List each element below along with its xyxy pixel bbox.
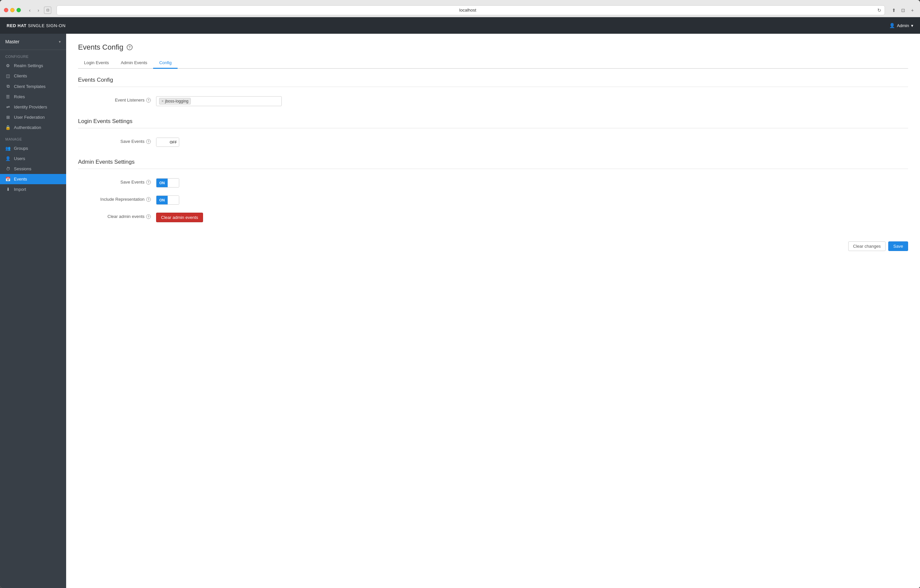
- clear-changes-button[interactable]: Clear changes: [848, 241, 886, 251]
- sidebar-label-clients: Clients: [14, 73, 27, 78]
- save-events-admin-control: ON: [156, 178, 908, 188]
- user-federation-icon: ⊞: [5, 115, 11, 120]
- window-button[interactable]: ⊡: [899, 6, 907, 14]
- address-bar[interactable]: localhost ↻: [57, 5, 885, 15]
- close-button[interactable]: [4, 8, 8, 12]
- clear-admin-events-control: Clear admin events: [156, 213, 908, 222]
- toggle-on-option[interactable]: ON: [156, 178, 168, 187]
- new-tab-button[interactable]: +: [909, 6, 916, 14]
- toggle-on-side[interactable]: [156, 138, 168, 146]
- login-events-title: Login Events Settings: [78, 118, 908, 128]
- brand-text: RED HAT: [6, 23, 26, 28]
- events-config-section: Events Config Event Listeners ? × jboss-…: [78, 77, 908, 110]
- sidebar-label-roles: Roles: [14, 94, 25, 99]
- sidebar-item-sessions[interactable]: ⏱ Sessions: [0, 164, 66, 174]
- tab-bar: Login Events Admin Events Config: [78, 58, 908, 69]
- clear-admin-events-label-text: Clear admin events: [107, 214, 144, 219]
- share-button[interactable]: ⬆: [890, 6, 897, 14]
- footer-actions: Clear changes Save: [78, 236, 908, 251]
- sidebar-label-user-federation: User Federation: [14, 115, 45, 120]
- tag-label: jboss-logging: [165, 99, 188, 104]
- login-events-section: Login Events Settings Save Events ? OFF: [78, 118, 908, 151]
- roles-icon: ☰: [5, 94, 11, 99]
- save-events-admin-help-icon[interactable]: ?: [146, 180, 151, 185]
- event-listeners-control: × jboss-logging: [156, 96, 908, 106]
- event-listeners-help-icon[interactable]: ?: [146, 98, 151, 102]
- sidebar-item-groups[interactable]: 👥 Groups: [0, 143, 66, 154]
- incl-toggle-on-option[interactable]: ON: [156, 196, 168, 204]
- page-help-icon[interactable]: ?: [127, 44, 133, 50]
- client-templates-icon: ⧉: [5, 84, 11, 89]
- browser-nav: ‹ › ⊡: [26, 6, 51, 14]
- sidebar-label-events: Events: [14, 177, 27, 181]
- save-events-admin-label-text: Save Events: [120, 180, 144, 185]
- import-icon: ⬇: [5, 187, 11, 192]
- tab-config[interactable]: Config: [153, 58, 178, 69]
- save-events-login-toggle[interactable]: OFF: [156, 138, 179, 147]
- top-navbar: RED HAT SINGLE SIGN-ON 👤 Admin ▾: [0, 17, 920, 34]
- include-representation-label-text: Include Representation: [100, 197, 144, 202]
- realm-selector[interactable]: Master ▾: [0, 34, 66, 50]
- sidebar-item-realm-settings[interactable]: ⚙ Realm Settings: [0, 60, 66, 71]
- tag-remove-icon[interactable]: ×: [161, 99, 164, 104]
- sidebar-item-users[interactable]: 👤 Users: [0, 154, 66, 164]
- include-representation-control: ON: [156, 196, 908, 205]
- sessions-icon: ⏱: [5, 166, 11, 171]
- reload-button[interactable]: ↻: [877, 8, 881, 13]
- sidebar-item-client-templates[interactable]: ⧉ Client Templates: [0, 81, 66, 92]
- clear-admin-events-help-icon[interactable]: ?: [146, 214, 151, 219]
- sidebar-item-user-federation[interactable]: ⊞ User Federation: [0, 112, 66, 122]
- admin-events-title: Admin Events Settings: [78, 159, 908, 169]
- users-icon: 👤: [5, 156, 11, 161]
- sidebar-label-authentication: Authentication: [14, 125, 41, 130]
- sidebar-item-authentication[interactable]: 🔒 Authentication: [0, 122, 66, 133]
- sidebar-label-sessions: Sessions: [14, 166, 31, 171]
- url-text: localhost: [60, 8, 875, 13]
- sidebar-label-client-templates: Client Templates: [14, 84, 45, 89]
- toggle-off-option[interactable]: [168, 178, 179, 187]
- content-area: Events Config ? Login Events Admin Event…: [66, 34, 920, 588]
- save-events-admin-toggle[interactable]: ON: [156, 178, 179, 188]
- save-events-login-row: Save Events ? OFF: [78, 134, 908, 151]
- sidebar: Master ▾ Configure ⚙ Realm Settings ◫ Cl…: [0, 34, 66, 588]
- incl-toggle-off-option[interactable]: [168, 196, 179, 204]
- tab-login-events[interactable]: Login Events: [78, 58, 115, 69]
- tag-jboss-logging: × jboss-logging: [159, 98, 191, 105]
- admin-events-section: Admin Events Settings Save Events ? ON: [78, 159, 908, 226]
- fullscreen-button[interactable]: [16, 8, 21, 12]
- sidebar-label-users: Users: [14, 156, 25, 161]
- sidebar-item-roles[interactable]: ☰ Roles: [0, 92, 66, 102]
- tab-button[interactable]: ⊡: [44, 6, 51, 14]
- sidebar-item-clients[interactable]: ◫ Clients: [0, 71, 66, 81]
- user-menu-chevron: ▾: [911, 23, 914, 28]
- include-representation-label: Include Representation ?: [78, 196, 151, 202]
- back-button[interactable]: ‹: [26, 6, 33, 14]
- sidebar-item-identity-providers[interactable]: ⇌ Identity Providers: [0, 102, 66, 112]
- main-layout: Master ▾ Configure ⚙ Realm Settings ◫ Cl…: [0, 34, 920, 588]
- clear-admin-events-button[interactable]: Clear admin events: [156, 213, 203, 222]
- clear-admin-events-row: Clear admin events ? Clear admin events: [78, 209, 908, 226]
- traffic-lights: [4, 8, 21, 12]
- include-representation-help-icon[interactable]: ?: [146, 197, 151, 202]
- sidebar-item-events[interactable]: 📅 Events: [0, 174, 66, 184]
- user-menu[interactable]: 👤 Admin ▾: [889, 23, 914, 28]
- forward-button[interactable]: ›: [35, 6, 42, 14]
- sidebar-item-import[interactable]: ⬇ Import: [0, 184, 66, 194]
- save-events-login-help-icon[interactable]: ?: [146, 139, 151, 144]
- groups-icon: 👥: [5, 146, 11, 151]
- events-config-title: Events Config: [78, 77, 908, 87]
- tab-admin-events[interactable]: Admin Events: [115, 58, 153, 69]
- toggle-off-side[interactable]: OFF: [168, 138, 179, 146]
- sidebar-label-groups: Groups: [14, 146, 28, 151]
- include-representation-row: Include Representation ? ON: [78, 191, 908, 209]
- sidebar-label-realm-settings: Realm Settings: [14, 63, 43, 68]
- save-events-admin-row: Save Events ? ON: [78, 174, 908, 191]
- save-button[interactable]: Save: [888, 241, 908, 251]
- user-name: Admin: [897, 23, 909, 28]
- minimize-button[interactable]: [10, 8, 15, 12]
- event-listeners-input[interactable]: × jboss-logging: [156, 96, 282, 106]
- sidebar-label-import: Import: [14, 187, 26, 192]
- include-representation-toggle[interactable]: ON: [156, 196, 179, 205]
- configure-section-label: Configure: [0, 50, 66, 60]
- brand-sub: SINGLE SIGN-ON: [26, 23, 65, 28]
